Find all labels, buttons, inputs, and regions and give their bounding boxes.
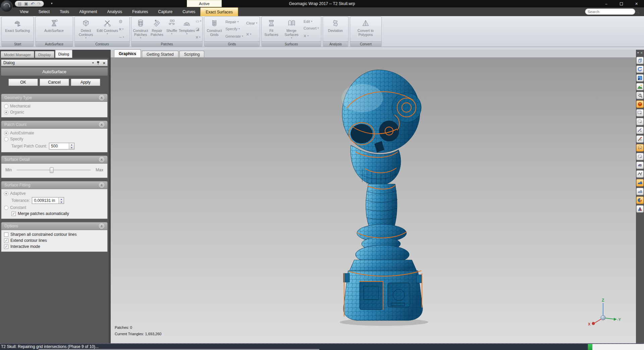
options-header[interactable]: Options ∧ [1, 222, 108, 230]
panel-close-icon[interactable]: × [103, 60, 105, 65]
select-components-icon[interactable] [636, 205, 644, 213]
contours-delete-icon[interactable]: ×▾ [119, 27, 124, 32]
surfaces-edit-button[interactable]: Edit▾ [304, 19, 318, 24]
tab-view[interactable]: View [15, 7, 34, 16]
select-through-icon[interactable] [636, 188, 644, 195]
organic-radio[interactable] [4, 110, 8, 115]
select-line-icon[interactable] [636, 127, 644, 134]
graphics-viewport[interactable]: Patches: 0 Current Triangles: 1,693,260 … [111, 58, 636, 343]
select-visible-icon[interactable] [636, 179, 644, 186]
tab-tools[interactable]: Tools [55, 7, 74, 16]
grids-repair-button[interactable]: Repair▾ [225, 20, 244, 24]
surface-fitting-header[interactable]: Surface Fitting ∧ [1, 181, 108, 189]
grids-generate-button[interactable]: Generate▾ [225, 34, 244, 38]
construct-patches-button[interactable]: Construct Patches ▾ [132, 17, 149, 41]
qat-customize-dropdown-icon[interactable]: ▾ [51, 2, 53, 5]
merge-patches-checkbox[interactable] [11, 212, 16, 216]
select-polyline-icon[interactable] [636, 170, 644, 178]
toolbar-dropdown-icon[interactable]: ▾ [637, 51, 639, 54]
construct-grids-button[interactable]: Construct Grids [205, 17, 224, 41]
mechanical-radio[interactable] [4, 104, 8, 108]
extend-contour-lines-checkbox[interactable] [4, 238, 8, 243]
tab-exact-surfaces[interactable]: Exact Surfaces [200, 7, 238, 16]
import-icon[interactable]: ▤ [18, 2, 21, 6]
tab-scripting[interactable]: Scripting [179, 51, 205, 57]
patches-extend-icon[interactable]: ▭▾ [196, 18, 201, 24]
tab-dialog[interactable]: Dialog [55, 50, 73, 58]
contours-trace-icon[interactable]: ∼▾ [119, 35, 124, 40]
merge-surfaces-button[interactable]: Merge Surfaces ▾ [281, 17, 302, 41]
select-ellipse-icon[interactable] [636, 118, 644, 125]
shuffle-button[interactable]: Shuffle ▾ [165, 17, 179, 41]
edit-contours-button[interactable]: Edit Contours ▾ [97, 17, 118, 41]
select-backfaces-icon[interactable] [636, 196, 644, 204]
merge-surfaces-dropdown-icon[interactable]: ▾ [291, 37, 292, 39]
tab-alignment[interactable]: Alignment [74, 7, 102, 16]
minimize-button[interactable]: – [599, 0, 614, 7]
tolerance-input[interactable]: 0.009131 in ▲▼ [32, 197, 64, 204]
grids-specify-button[interactable]: Specify▾ [225, 27, 244, 31]
convert-to-polygons-button[interactable]: Convert to Polygons [351, 17, 381, 41]
pin-icon[interactable] [97, 61, 100, 65]
specify-radio[interactable] [4, 137, 8, 141]
tab-select[interactable]: Select [34, 7, 55, 16]
detect-contours-button[interactable]: Detect Contours ▾ [75, 17, 97, 41]
close-button[interactable]: ✕ [629, 0, 644, 7]
grids-clear-button[interactable]: Clear▾ [246, 21, 258, 25]
save-icon[interactable]: ▣ [24, 2, 28, 6]
contours-curvature-icon[interactable]: ◍ [119, 18, 124, 24]
collapse-icon[interactable]: ∧ [99, 182, 104, 188]
surface-detail-slider[interactable] [16, 170, 91, 171]
tolerance-spinner[interactable]: ▲▼ [58, 198, 64, 204]
tab-getting-started[interactable]: Getting Started [142, 51, 178, 57]
templates-button[interactable]: Templates ▾ [179, 17, 195, 41]
undo-icon[interactable]: ↶ [31, 2, 35, 6]
app-logo-button[interactable] [1, 0, 13, 12]
tab-display[interactable]: Display [35, 51, 54, 58]
select-custom-region-icon[interactable] [636, 162, 644, 169]
surface-detail-header[interactable]: Surface Detail ∧ [1, 156, 108, 164]
tab-features[interactable]: Features [127, 7, 153, 16]
auto-estimate-radio[interactable] [4, 131, 8, 135]
geometry-type-header[interactable]: Geometry Type ∧ [1, 94, 108, 102]
collapse-icon[interactable]: ∧ [99, 95, 104, 100]
grids-delete-icon[interactable]: ×▾ [246, 32, 258, 37]
active-viewpoint-icon[interactable] [636, 100, 644, 108]
deviation-button[interactable]: Deviation [323, 17, 347, 41]
tab-model-manager[interactable]: Model Manager [1, 51, 34, 58]
tab-capture[interactable]: Capture [153, 7, 178, 16]
search-input[interactable] [588, 10, 635, 14]
constant-radio[interactable] [4, 206, 8, 210]
redo-icon[interactable]: ↷ [37, 2, 41, 6]
skull-model[interactable] [322, 68, 436, 326]
interactive-mode-checkbox[interactable] [4, 245, 8, 249]
panel-dropdown-icon[interactable]: ▾ [92, 61, 94, 64]
collapse-icon[interactable]: ∧ [99, 122, 104, 127]
exact-surfacing-button[interactable]: Exact Surfacing [2, 17, 33, 41]
patch-count-header[interactable]: Patch Count ∧ [1, 121, 108, 129]
fit-surfaces-button[interactable]: Fit Surfaces [262, 17, 281, 41]
apply-button[interactable]: Apply [71, 79, 100, 86]
toolbar-close-icon[interactable]: × [641, 51, 643, 55]
templates-dropdown-icon[interactable]: ▾ [186, 33, 187, 35]
zoom-view-icon[interactable] [636, 83, 644, 90]
adaptive-radio[interactable] [4, 191, 8, 196]
select-polygon-icon[interactable] [636, 153, 644, 160]
select-rectangle-icon[interactable] [636, 109, 644, 117]
search-box[interactable] [585, 8, 635, 15]
search-icon[interactable] [635, 10, 638, 13]
detect-contours-dropdown-icon[interactable]: ▾ [85, 37, 87, 39]
collapse-icon[interactable]: ∧ [99, 223, 104, 229]
maximize-button[interactable] [614, 0, 629, 7]
select-paintbrush-icon[interactable] [636, 135, 644, 143]
tab-graphics[interactable]: Graphics [114, 49, 141, 57]
select-lasso-icon[interactable] [636, 144, 644, 151]
patches-corner-icon[interactable]: ◪ [196, 27, 201, 32]
zoom-window-icon[interactable] [636, 92, 644, 99]
surfaces-convert-button[interactable]: Convert▾ [304, 26, 318, 30]
rotate-view-icon[interactable] [636, 57, 644, 64]
pan-view-icon[interactable] [636, 74, 644, 82]
tab-analysis[interactable]: Analysis [102, 7, 127, 16]
construct-patches-dropdown-icon[interactable]: ▾ [140, 37, 141, 39]
spin-view-icon[interactable] [636, 65, 644, 73]
